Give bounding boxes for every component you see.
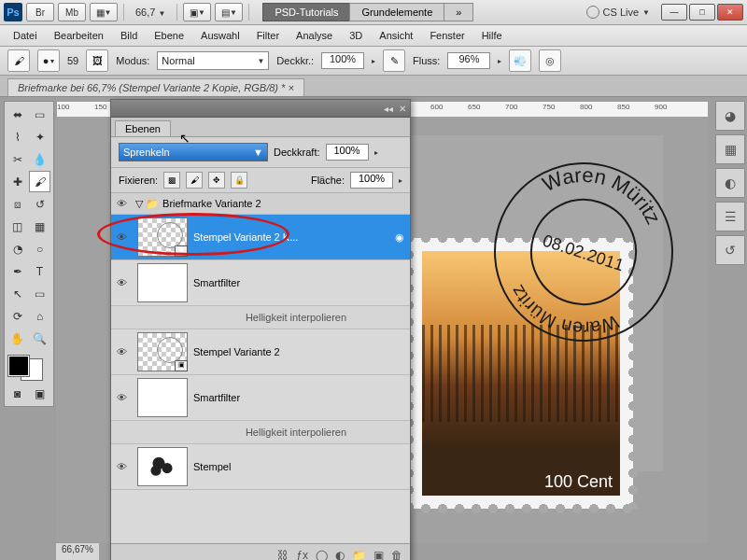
- layer-row[interactable]: Helligkeit interpolieren: [111, 421, 410, 444]
- path-tool[interactable]: ↖: [7, 283, 28, 304]
- wand-tool[interactable]: ✦: [29, 126, 50, 147]
- lock-transparency-icon[interactable]: ▩: [163, 172, 180, 189]
- menu-analysis[interactable]: Analyse: [289, 28, 340, 43]
- layers-tab[interactable]: Ebenen: [115, 120, 171, 136]
- window-maximize-button[interactable]: □: [689, 4, 715, 21]
- menu-edit[interactable]: Bearbeiten: [47, 28, 111, 43]
- workspace-tab-other[interactable]: Grundelemente: [349, 3, 444, 21]
- layer-row[interactable]: 👁Smartfilter: [111, 375, 410, 421]
- minibridge-button[interactable]: Mb: [58, 3, 86, 21]
- crop-tool[interactable]: ✂: [7, 148, 28, 170]
- dodge-tool[interactable]: ○: [29, 238, 50, 259]
- tablet-opacity-icon[interactable]: ✎: [383, 49, 405, 72]
- layer-thumbnail[interactable]: [137, 378, 188, 417]
- menu-window[interactable]: Fenster: [422, 28, 472, 43]
- stamp-tool[interactable]: ⧇: [7, 193, 28, 215]
- adjustment-icon[interactable]: ◐: [335, 549, 345, 560]
- layer-row[interactable]: 👁Smartfilter: [111, 260, 410, 306]
- swatches-panel-icon[interactable]: ▦: [715, 134, 745, 164]
- gradient-tool[interactable]: ▦: [29, 216, 50, 237]
- lock-pixels-icon[interactable]: 🖌: [186, 172, 203, 189]
- layer-thumbnail[interactable]: ▣: [137, 217, 188, 257]
- opacity-input[interactable]: 100%: [321, 52, 364, 69]
- visibility-icon[interactable]: 👁: [111, 461, 132, 472]
- color-wells[interactable]: [7, 354, 44, 382]
- 3d-tool[interactable]: ⟳: [7, 305, 28, 327]
- menu-file[interactable]: Datei: [6, 28, 45, 43]
- move-tool[interactable]: ⬌: [7, 104, 28, 125]
- color-panel-icon[interactable]: ◕: [715, 101, 745, 131]
- fx-icon[interactable]: ƒx: [296, 549, 308, 560]
- menu-image[interactable]: Bild: [113, 28, 145, 43]
- marquee-tool[interactable]: ▭: [29, 104, 50, 125]
- link-layers-icon[interactable]: ⛓: [277, 549, 289, 560]
- window-close-button[interactable]: ✕: [717, 4, 743, 21]
- arrange-docs-button[interactable]: ▦ ▼: [90, 3, 118, 21]
- layer-row[interactable]: Helligkeit interpolieren: [111, 306, 410, 329]
- heal-tool[interactable]: ✚: [7, 171, 28, 192]
- layer-thumbnail[interactable]: ▣: [137, 332, 188, 371]
- lock-all-icon[interactable]: 🔒: [231, 172, 247, 189]
- document-tab[interactable]: Briefmarke bei 66,7% (Stempel Variante 2…: [7, 78, 304, 96]
- menu-view[interactable]: Ansicht: [372, 28, 420, 43]
- mask-icon[interactable]: ◯: [316, 549, 328, 560]
- folder-icon[interactable]: 📁: [352, 549, 366, 560]
- zoom-tool[interactable]: 🔍: [29, 328, 50, 349]
- bridge-button[interactable]: Br: [26, 3, 54, 21]
- visibility-icon[interactable]: 👁: [111, 392, 132, 403]
- pen-tool[interactable]: ✒: [7, 260, 28, 282]
- tablet-size-icon[interactable]: ◎: [539, 49, 561, 72]
- blend-mode-select[interactable]: Normal▼: [157, 51, 269, 70]
- eyedrop-tool[interactable]: 💧: [29, 148, 50, 170]
- blur-tool[interactable]: ◔: [7, 238, 28, 259]
- zoom-display[interactable]: 66,7 ▼: [130, 7, 171, 18]
- menu-filter[interactable]: Filter: [249, 28, 287, 43]
- brush-panel-icon[interactable]: 🖼: [86, 49, 108, 72]
- layers-panel-grip[interactable]: ◂◂✕: [111, 100, 410, 118]
- visibility-icon[interactable]: 👁: [111, 198, 132, 209]
- history-brush-tool[interactable]: ↺: [29, 193, 50, 215]
- layer-row[interactable]: 👁▣Stempel Variante 2: [111, 329, 410, 375]
- menu-3d[interactable]: 3D: [342, 28, 370, 43]
- visibility-icon[interactable]: 👁: [111, 277, 132, 288]
- history-panel-icon[interactable]: ↺: [715, 235, 745, 265]
- screenmode-icon[interactable]: ▣: [29, 383, 50, 404]
- layers-list[interactable]: 👁 ▽ 📁 Briefmarke Variante 2 👁▣Stempel Va…: [111, 193, 410, 543]
- screen-mode-button[interactable]: ▣ ▼: [183, 3, 211, 21]
- layers-panel-icon[interactable]: ☰: [715, 202, 745, 231]
- brush-preset-icon[interactable]: ● ▾: [37, 49, 60, 72]
- lasso-tool[interactable]: ⌇: [7, 126, 28, 147]
- status-bar[interactable]: 66,67%: [56, 542, 99, 560]
- type-tool[interactable]: T: [29, 260, 50, 282]
- layer-row[interactable]: 👁▣Stempel Variante 2 K...◉: [111, 215, 410, 260]
- lock-position-icon[interactable]: ✥: [208, 172, 225, 189]
- tool-preset-icon[interactable]: 🖌: [7, 49, 30, 72]
- layer-thumbnail[interactable]: [137, 447, 188, 486]
- menu-select[interactable]: Auswahl: [193, 28, 247, 43]
- fill-input[interactable]: 100%: [350, 172, 393, 189]
- workspace-more[interactable]: »: [444, 3, 473, 21]
- visibility-icon[interactable]: 👁: [111, 231, 132, 243]
- layer-thumbnail[interactable]: [137, 263, 188, 302]
- brush-tool[interactable]: 🖌: [29, 171, 50, 192]
- cslive-button[interactable]: CS Live ▼: [586, 6, 650, 19]
- visibility-icon[interactable]: 👁: [111, 346, 132, 357]
- window-minimize-button[interactable]: —: [661, 4, 687, 21]
- eraser-tool[interactable]: ◫: [7, 216, 28, 237]
- shape-tool[interactable]: ▭: [29, 283, 50, 304]
- new-layer-icon[interactable]: ▣: [374, 549, 384, 560]
- extras-button[interactable]: ▤ ▼: [215, 3, 243, 21]
- workspace-tab-active[interactable]: PSD-Tutorials: [262, 3, 350, 21]
- adjust-panel-icon[interactable]: ◐: [715, 168, 745, 198]
- layer-row[interactable]: 👁Stempel: [111, 444, 410, 490]
- menu-layer[interactable]: Ebene: [147, 28, 191, 43]
- layer-group-row[interactable]: 👁 ▽ 📁 Briefmarke Variante 2: [111, 193, 410, 215]
- quickmask-icon[interactable]: ◙: [7, 383, 28, 404]
- menu-help[interactable]: Hilfe: [474, 28, 510, 43]
- flow-input[interactable]: 96%: [447, 52, 490, 69]
- trash-icon[interactable]: 🗑: [391, 549, 402, 560]
- airbrush-icon[interactable]: 💨: [509, 49, 531, 72]
- layer-opacity-input[interactable]: 100%: [326, 144, 369, 161]
- hand-tool[interactable]: ✋: [7, 328, 28, 349]
- 3d-cam-tool[interactable]: ⌂: [29, 305, 50, 327]
